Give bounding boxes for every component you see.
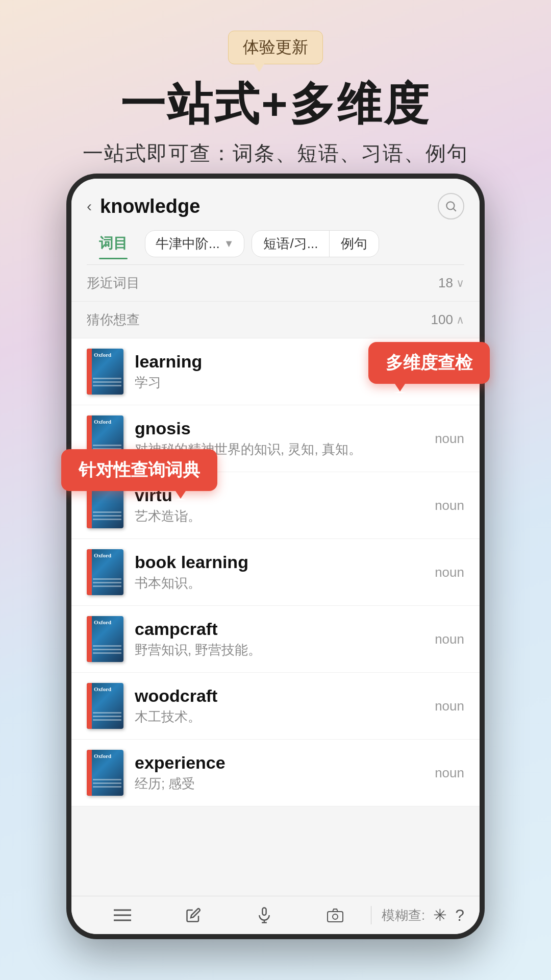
top-section: 体验更新 一站式+多维度 一站式即可查：词条、短语、习语、例句 bbox=[0, 0, 551, 188]
bottom-toolbar: 模糊查: ✳ ? bbox=[71, 896, 480, 934]
search-bar: ‹ knowledge bbox=[87, 193, 464, 219]
main-title: 一站式+多维度 bbox=[41, 80, 510, 129]
book-icon-campcraft: Oxford bbox=[87, 616, 123, 662]
def-woodcraft: 木工技术。 bbox=[135, 708, 430, 726]
pos-book-learning: noun bbox=[435, 565, 464, 580]
entry-campcraft[interactable]: Oxford campcraft 野营知识, 野营技能。 noun bbox=[71, 606, 480, 673]
tabs-row: 词目 牛津中阶... ▼ 短语/习... 例句 bbox=[87, 228, 464, 265]
word-book-learning: book learning bbox=[135, 552, 430, 572]
screen-header: ‹ knowledge 词目 牛津中阶... ▼ bbox=[71, 179, 480, 265]
entry-text-campcraft: campcraft 野营知识, 野营技能。 bbox=[135, 619, 430, 659]
word-experience: experience bbox=[135, 753, 430, 773]
entry-experience[interactable]: Oxford experience 经历; 感受 noun bbox=[71, 740, 480, 806]
svg-point-9 bbox=[333, 914, 338, 919]
search-icon[interactable] bbox=[438, 193, 464, 219]
tab-cimuo[interactable]: 词目 bbox=[87, 228, 140, 259]
entry-text-woodcraft: woodcraft 木工技术。 bbox=[135, 686, 430, 726]
def-campcraft: 野营知识, 野营技能。 bbox=[135, 641, 430, 659]
mic-icon[interactable] bbox=[229, 906, 300, 924]
phone-mockup: 针对性查询词典 多维度查检 ‹ knowledge bbox=[66, 174, 485, 939]
entry-woodcraft[interactable]: Oxford woodcraft 木工技术。 noun bbox=[71, 673, 480, 740]
section-similar-label: 形近词目 bbox=[87, 274, 140, 292]
phone-screen: ‹ knowledge 词目 牛津中阶... ▼ bbox=[71, 179, 480, 934]
pos-woodcraft: noun bbox=[435, 698, 464, 714]
tab-group-phrases: 短语/习... 例句 bbox=[252, 230, 379, 257]
section-guess[interactable]: 猜你想查 100 ∧ bbox=[71, 302, 480, 338]
tab-phrases[interactable]: 短语/习... bbox=[252, 231, 329, 257]
tab-oxford-dropdown[interactable]: 牛津中阶... ▼ bbox=[145, 230, 244, 257]
section-guess-label: 猜你想查 bbox=[87, 311, 140, 329]
def-experience: 经历; 感受 bbox=[135, 775, 430, 793]
callout-multidim: 多维度查检 bbox=[368, 342, 490, 384]
sub-title: 一站式即可查：词条、短语、习语、例句 bbox=[41, 139, 510, 167]
entry-book-learning[interactable]: Oxford book learning 书本知识。 noun bbox=[71, 539, 480, 606]
section-guess-count: 100 ∧ bbox=[431, 312, 464, 328]
back-arrow-icon[interactable]: ‹ bbox=[87, 198, 92, 215]
fuzzy-star-icon[interactable]: ✳ bbox=[433, 905, 447, 925]
def-book-learning: 书本知识。 bbox=[135, 574, 430, 592]
fuzzy-search-area: 模糊查: ✳ ? bbox=[371, 905, 464, 925]
book-icon-experience: Oxford bbox=[87, 750, 123, 796]
fuzzy-label: 模糊查: bbox=[382, 906, 425, 924]
pos-gnosis: noun bbox=[435, 431, 464, 447]
book-icon-book-learning: Oxford bbox=[87, 549, 123, 595]
callout-dictionary: 针对性查询词典 bbox=[61, 449, 217, 491]
pos-virtu: noun bbox=[435, 498, 464, 513]
svg-line-1 bbox=[454, 209, 456, 211]
svg-rect-8 bbox=[328, 912, 343, 922]
oxford-label: 牛津中阶... bbox=[156, 235, 220, 253]
tab-examples[interactable]: 例句 bbox=[329, 231, 379, 257]
entry-text-experience: experience 经历; 感受 bbox=[135, 753, 430, 793]
search-word: knowledge bbox=[100, 195, 430, 217]
section-similar-count: 18 ∨ bbox=[438, 275, 464, 291]
fuzzy-question-icon[interactable]: ? bbox=[455, 906, 464, 925]
phone-frame: ‹ knowledge 词目 牛津中阶... ▼ bbox=[66, 174, 485, 939]
word-gnosis: gnosis bbox=[135, 419, 430, 438]
chevron-up-icon: ∧ bbox=[456, 313, 464, 327]
edit-icon[interactable] bbox=[158, 908, 229, 923]
pos-experience: noun bbox=[435, 765, 464, 781]
update-badge: 体验更新 bbox=[228, 31, 323, 64]
def-virtu: 艺术造诣。 bbox=[135, 507, 430, 525]
svg-point-0 bbox=[446, 202, 454, 209]
book-icon-woodcraft: Oxford bbox=[87, 683, 123, 729]
svg-rect-5 bbox=[262, 908, 266, 915]
dropdown-arrow-icon: ▼ bbox=[224, 238, 234, 250]
word-woodcraft: woodcraft bbox=[135, 686, 430, 706]
book-icon-learning: Oxford bbox=[87, 349, 123, 395]
chevron-down-icon: ∨ bbox=[456, 277, 464, 290]
pos-campcraft: noun bbox=[435, 631, 464, 647]
word-campcraft: campcraft bbox=[135, 619, 430, 639]
menu-icon[interactable] bbox=[87, 908, 158, 922]
camera-icon[interactable] bbox=[300, 908, 371, 923]
section-similar[interactable]: 形近词目 18 ∨ bbox=[71, 265, 480, 302]
entry-text-book-learning: book learning 书本知识。 bbox=[135, 552, 430, 592]
